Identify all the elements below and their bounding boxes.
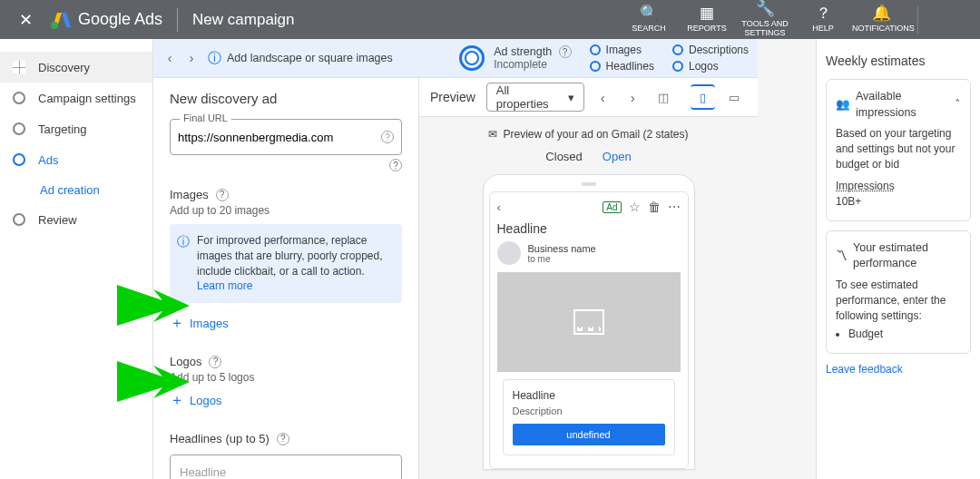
nav-review[interactable]: Review <box>0 204 152 235</box>
tab-open[interactable]: Open <box>603 150 632 163</box>
available-impressions-card: 👥Available impressions˄ Based on your ta… <box>826 79 971 221</box>
help-icon[interactable]: ? <box>389 159 402 171</box>
trend-icon: 〽 <box>836 249 848 265</box>
preview-next[interactable]: › <box>622 90 644 105</box>
card-headline: Headline <box>513 389 665 402</box>
image-icon <box>573 309 604 335</box>
left-nav: Discovery Campaign settings Targeting Ad… <box>0 39 153 479</box>
preview-message: Preview of your ad on Gmail (2 states) <box>503 128 688 141</box>
people-icon: 👥 <box>836 97 850 113</box>
card1-body: Based on your targeting and settings but… <box>836 126 961 171</box>
cta-button[interactable]: undefined <box>513 424 665 445</box>
image-placeholder <box>497 272 681 372</box>
leave-feedback-link[interactable]: Leave feedback <box>826 363 971 376</box>
tool-notifications[interactable]: 🔔NOTIFICATIONS <box>852 5 910 34</box>
tool-help[interactable]: ？HELP <box>794 5 852 34</box>
impressions-label: Impressions <box>836 179 961 194</box>
center-panel: ‹ › ⓘ Add landscape or square images Ad … <box>153 39 817 479</box>
final-url-field[interactable]: Final URL ? <box>170 119 402 155</box>
status-ring-icon <box>672 61 683 72</box>
tool-tools[interactable]: 🔧TOOLS AND SETTINGS <box>736 1 794 37</box>
topbar: ✕ Google Ads New campaign 🔍SEARCH ▦REPOR… <box>0 0 980 39</box>
wrench-icon: 🔧 <box>736 1 794 18</box>
google-ads-logo <box>49 9 71 31</box>
more-icon[interactable]: ⋯ <box>668 200 681 214</box>
add-images-button[interactable]: ＋Images <box>170 314 402 333</box>
bell-icon: 🔔 <box>852 5 910 23</box>
nav-ads[interactable]: Ads <box>0 144 152 175</box>
tab-closed[interactable]: Closed <box>545 150 582 163</box>
search-icon: 🔍 <box>620 5 678 23</box>
plus-icon: ＋ <box>170 314 184 333</box>
page-title: New campaign <box>192 11 294 29</box>
check-images: Images <box>606 44 642 56</box>
divider <box>177 8 178 32</box>
properties-dropdown[interactable]: All properties▾ <box>486 83 584 112</box>
device-split-icon[interactable]: ◫ <box>652 84 676 110</box>
status-ring-icon <box>590 61 601 72</box>
nav-campaign-settings[interactable]: Campaign settings <box>0 83 152 113</box>
prev-tip-icon[interactable]: ‹ <box>159 51 181 65</box>
help-icon[interactable]: ? <box>277 433 289 445</box>
headline-input[interactable]: Headline <box>170 455 402 479</box>
svg-point-2 <box>51 22 58 29</box>
divider <box>917 6 918 34</box>
preview-headline: Headline <box>497 221 681 236</box>
next-tip-icon[interactable]: › <box>181 51 202 65</box>
chevron-up-icon[interactable]: ˄ <box>955 97 961 113</box>
back-icon[interactable]: ‹ <box>497 200 501 214</box>
ad-strength-value: Incomplete <box>494 58 571 71</box>
device-mobile-icon[interactable]: ▯ <box>691 84 715 110</box>
step-icon <box>13 122 25 135</box>
impressions-value: 10B+ <box>836 194 961 210</box>
weekly-estimates-title: Weekly estimates <box>826 54 971 68</box>
nav-targeting[interactable]: Targeting <box>0 113 152 144</box>
ad-badge: Ad <box>603 201 621 213</box>
final-url-label: Final URL <box>180 112 231 123</box>
learn-more-link[interactable]: Learn more <box>197 279 252 292</box>
mail-icon: ✉ <box>488 128 497 141</box>
images-title: Images <box>170 188 209 201</box>
device-desktop-icon[interactable]: ▭ <box>722 84 747 110</box>
infobar-message: Add landscape or square images <box>227 52 393 64</box>
estimated-performance-card: 〽Your estimated performance To see estim… <box>826 230 971 354</box>
add-logos-button[interactable]: ＋Logos <box>170 391 402 410</box>
info-icon: ⓘ <box>177 233 190 251</box>
plus-icon: ＋ <box>170 391 184 410</box>
grid-icon <box>13 61 25 73</box>
right-sidebar: Weekly estimates 👥Available impressions˄… <box>817 39 980 479</box>
step-icon <box>13 92 25 104</box>
check-logos: Logos <box>689 60 719 73</box>
tool-reports[interactable]: ▦REPORTS <box>678 5 736 34</box>
nav-ad-creation[interactable]: Ad creation <box>0 175 152 204</box>
help-icon[interactable]: ? <box>559 45 572 58</box>
nav-discovery[interactable]: Discovery <box>0 52 152 83</box>
status-ring-icon <box>672 44 683 55</box>
reports-icon: ▦ <box>678 5 736 23</box>
help-icon: ？ <box>794 5 852 23</box>
tool-search[interactable]: 🔍SEARCH <box>620 5 678 34</box>
brand-text: Google Ads <box>78 10 162 29</box>
images-subtitle: Add up to 20 images <box>170 204 402 217</box>
step-icon <box>13 153 25 166</box>
help-icon[interactable]: ? <box>381 131 394 143</box>
gmail-card: ‹ Ad ☆ 🗑 ⋯ Headline Business name <box>489 191 689 469</box>
help-icon[interactable]: ? <box>216 189 229 201</box>
avatar <box>497 241 521 265</box>
check-descriptions: Descriptions <box>689 44 749 56</box>
star-icon[interactable]: ☆ <box>629 200 641 214</box>
final-url-input[interactable] <box>178 131 377 144</box>
info-icon: ⓘ <box>208 50 221 67</box>
preview-prev[interactable]: ‹ <box>592 90 614 105</box>
images-info-box: ⓘ For improved performance, replace imag… <box>170 224 402 303</box>
step-icon <box>13 213 25 226</box>
close-icon[interactable]: ✕ <box>9 10 42 30</box>
headlines-title: Headlines (up to 5) <box>170 432 270 445</box>
business-name: Business name <box>528 243 596 254</box>
budget-bullet: Budget <box>848 327 961 342</box>
help-icon[interactable]: ? <box>209 356 221 368</box>
svg-marker-1 <box>62 13 71 27</box>
phone-speaker <box>582 182 596 186</box>
trash-icon[interactable]: 🗑 <box>648 200 661 214</box>
form-heading: New discovery ad <box>170 91 402 106</box>
